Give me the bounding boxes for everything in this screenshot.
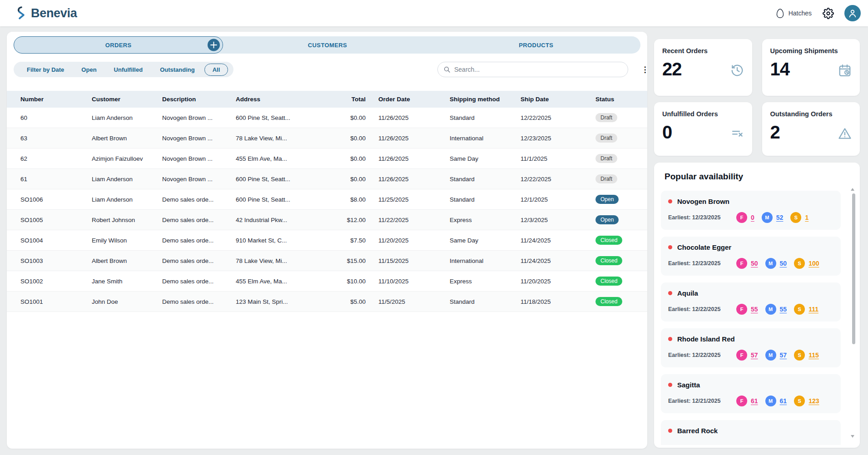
- cell-total: $0.00: [336, 114, 366, 121]
- straight-run-count-link[interactable]: 123: [808, 397, 819, 405]
- cell-shipping-method: Standard: [450, 196, 521, 203]
- table-row[interactable]: SO1005 Robert Johnson Demo sales orde...…: [7, 210, 647, 230]
- status-badge: Closed: [595, 277, 622, 286]
- scroll-down-arrow-icon[interactable]: [851, 435, 854, 438]
- table-row[interactable]: SO1002 Jane Smith Demo sales orde... 455…: [7, 271, 647, 292]
- table-row[interactable]: 60 Liam Anderson Novogen Brown ... 600 P…: [7, 108, 647, 128]
- cell-description: Demo sales orde...: [162, 278, 236, 285]
- user-avatar[interactable]: [844, 5, 861, 21]
- cell-order-date: 11/26/2025: [366, 114, 450, 121]
- cell-total: $10.00: [336, 278, 366, 285]
- female-count-link[interactable]: 50: [751, 260, 758, 267]
- female-badge-icon: F: [736, 258, 747, 269]
- earliest-date: Earliest: 12/21/2025: [668, 398, 736, 404]
- tab-orders[interactable]: ORDERS: [14, 36, 223, 54]
- status-badge: Draft: [595, 154, 617, 163]
- table-row[interactable]: SO1001 John Doe Demo sales orde... 123 M…: [7, 292, 647, 312]
- filter-by-date[interactable]: Filter by Date: [19, 64, 72, 76]
- add-order-button[interactable]: [207, 38, 221, 52]
- straight-run-badge-icon: S: [794, 258, 805, 269]
- cell-shipping-method: Standard: [450, 176, 521, 183]
- cell-number: SO1006: [20, 196, 92, 203]
- calendar-clock-icon: [838, 64, 852, 77]
- cell-description: Demo sales orde...: [162, 237, 236, 244]
- cell-number: SO1001: [20, 298, 92, 305]
- cell-address: 455 Elm Ave, Ma...: [236, 155, 336, 162]
- male-count-link[interactable]: 52: [776, 214, 784, 221]
- filter-unfulfilled[interactable]: Unfulfilled: [106, 64, 151, 76]
- hatches-label: Hatches: [789, 10, 812, 17]
- earliest-date: Earliest: 12/23/2025: [668, 214, 736, 221]
- cell-total: $7.50: [336, 237, 366, 244]
- table-header: Number Customer Description Address Tota…: [7, 91, 647, 108]
- main-tabs: ORDERS CUSTOMERS PRODUCTS: [14, 36, 640, 54]
- filter-open[interactable]: Open: [74, 64, 104, 76]
- cell-number: SO1004: [20, 237, 92, 244]
- cell-order-date: 11/22/2025: [366, 217, 450, 223]
- cell-order-date: 11/26/2025: [366, 135, 450, 142]
- status-badge: Open: [595, 195, 619, 204]
- col-ship-date: Ship Date: [521, 96, 592, 103]
- male-count-link[interactable]: 55: [780, 306, 787, 313]
- male-count-link[interactable]: 50: [780, 260, 787, 267]
- tab-products[interactable]: PRODUCTS: [432, 36, 640, 54]
- cell-ship-date: 11/24/2025: [521, 237, 592, 244]
- straight-run-count-link[interactable]: 100: [808, 260, 819, 267]
- scrollbar-thumb[interactable]: [852, 193, 855, 344]
- cell-total: $8.00: [336, 196, 366, 203]
- cell-customer: Liam Anderson: [92, 196, 162, 203]
- straight-run-count-link[interactable]: 111: [808, 306, 818, 313]
- cell-order-date: 11/26/2025: [366, 155, 450, 162]
- table-row[interactable]: 62 Azimjon Faizulloev Novogen Brown ... …: [7, 148, 647, 169]
- female-count-link[interactable]: 61: [751, 397, 758, 405]
- cell-order-date: 11/26/2025: [366, 176, 450, 183]
- straight-run-badge-icon: S: [794, 396, 805, 406]
- search-icon: [443, 66, 451, 73]
- male-badge-icon: M: [765, 304, 776, 315]
- male-count-link[interactable]: 57: [780, 351, 787, 359]
- cell-order-date: 11/25/2025: [366, 196, 450, 203]
- straight-run-count-link[interactable]: 115: [808, 351, 819, 359]
- cell-customer: Robert Johnson: [92, 217, 162, 223]
- table-row[interactable]: 63 Albert Brown Novogen Brown ... 78 Lak…: [7, 128, 647, 148]
- red-dot-icon: [668, 337, 672, 341]
- cell-address: 600 Pine St, Seatt...: [236, 114, 336, 121]
- table-row[interactable]: SO1004 Emily Wilson Demo sales orde... 9…: [7, 230, 647, 251]
- straight-run-count-link[interactable]: 1: [805, 214, 808, 221]
- table-row[interactable]: 61 Liam Anderson Novogen Brown ... 600 P…: [7, 169, 647, 189]
- orders-panel: ORDERS CUSTOMERS PRODUCTS Filter by Date…: [7, 32, 647, 449]
- status-badge: Draft: [595, 113, 617, 122]
- settings-gear-icon[interactable]: [822, 7, 834, 20]
- male-count-link[interactable]: 61: [780, 397, 787, 405]
- table-row[interactable]: SO1003 Albert Brown Demo sales orde... 7…: [7, 251, 647, 271]
- col-total: Total: [336, 96, 366, 103]
- cell-order-date: 11/10/2025: [366, 278, 450, 285]
- unfulfilled-orders-card: Unfulfilled Orders 0: [654, 102, 752, 156]
- earliest-date: Earliest: 12/22/2025: [668, 352, 736, 358]
- cell-address: 600 Pine St, Seatt...: [236, 176, 336, 183]
- scroll-up-arrow-icon[interactable]: [851, 188, 854, 191]
- female-count-link[interactable]: 57: [751, 351, 758, 359]
- female-count-link[interactable]: 55: [751, 306, 758, 313]
- hatches-toggle[interactable]: Hatches: [776, 8, 812, 19]
- availability-card: Barred Rock F M S: [661, 420, 841, 445]
- filter-outstanding[interactable]: Outstanding: [152, 64, 203, 76]
- table-row[interactable]: SO1006 Liam Anderson Demo sales orde... …: [7, 189, 647, 210]
- filter-all[interactable]: All: [204, 64, 228, 76]
- product-name: Chocolate Egger: [677, 243, 731, 251]
- tab-products-label: PRODUCTS: [519, 42, 553, 49]
- cell-ship-date: 11/1/2025: [521, 155, 592, 162]
- female-count-link[interactable]: 0: [751, 214, 754, 221]
- outstanding-orders-label: Outstanding Orders: [770, 110, 852, 118]
- cell-description: Novogen Brown ...: [162, 155, 236, 162]
- search-input[interactable]: [454, 66, 622, 73]
- cell-customer: Albert Brown: [92, 257, 162, 264]
- availability-card: Rhode Island Red Earliest: 12/22/2025 F …: [661, 328, 841, 367]
- cell-address: 78 Lake View, Mi...: [236, 257, 336, 264]
- col-shipping-method: Shipping method: [450, 96, 521, 103]
- warning-triangle-icon: [838, 127, 852, 140]
- more-options-menu-icon[interactable]: ⋮: [639, 62, 651, 77]
- tab-customers[interactable]: CUSTOMERS: [223, 36, 432, 54]
- cell-number: 61: [20, 176, 92, 183]
- cell-number: SO1003: [20, 257, 92, 264]
